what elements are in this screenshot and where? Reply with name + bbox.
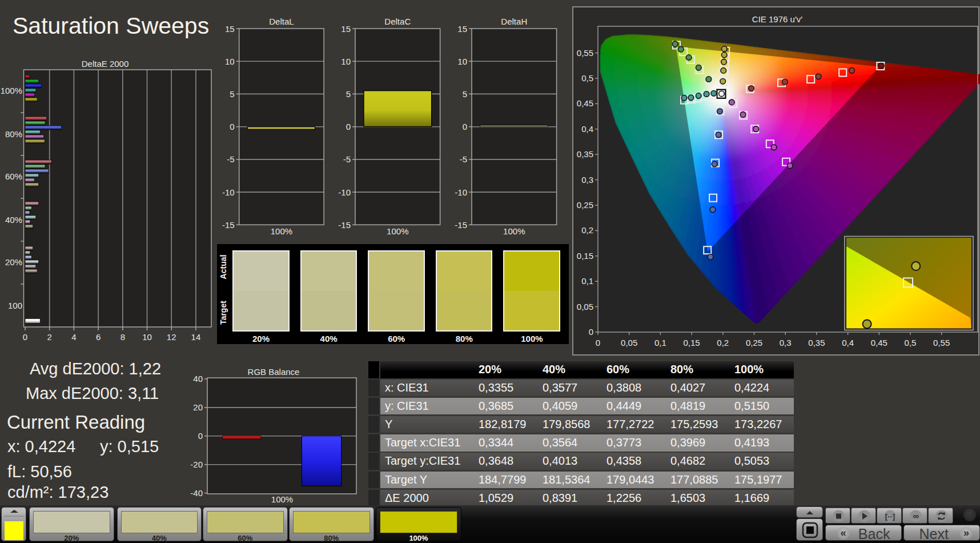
svg-text:5: 5: [463, 89, 467, 99]
svg-text:15: 15: [341, 24, 351, 34]
svg-text:60%: 60%: [5, 171, 22, 181]
svg-text:[··]: [··]: [885, 512, 895, 521]
svg-text:0,3: 0,3: [780, 338, 792, 348]
svg-text:0,5: 0,5: [905, 338, 917, 348]
svg-text:0,2: 0,2: [581, 225, 593, 235]
svg-text:0: 0: [23, 332, 27, 342]
svg-text:0,45: 0,45: [871, 338, 887, 348]
svg-text:100%: 100%: [387, 226, 408, 236]
svg-text:RGB Balance: RGB Balance: [248, 367, 300, 377]
svg-text:10: 10: [225, 57, 235, 66]
svg-text:0,4: 0,4: [581, 124, 593, 134]
svg-text:0,35: 0,35: [577, 149, 593, 159]
svg-text:80%: 80%: [5, 129, 22, 139]
svg-text:-5: -5: [460, 154, 467, 164]
svg-text:0,2: 0,2: [717, 338, 729, 348]
svg-text:-15: -15: [455, 220, 467, 230]
svg-text:0,05: 0,05: [577, 302, 593, 312]
svg-text:DeltaE 2000: DeltaE 2000: [82, 59, 129, 69]
svg-text:0: 0: [346, 122, 351, 131]
svg-text:8: 8: [121, 332, 125, 342]
svg-text:CIE 1976 u'v': CIE 1976 u'v': [752, 14, 802, 24]
svg-text:10: 10: [457, 57, 467, 66]
svg-text:DeltaL: DeltaL: [269, 17, 294, 26]
svg-text:0,5: 0,5: [581, 73, 593, 83]
svg-text:0: 0: [198, 431, 203, 441]
svg-text:0: 0: [589, 327, 593, 337]
svg-text:-40: -40: [190, 488, 203, 498]
svg-text:0,15: 0,15: [577, 251, 593, 261]
svg-text:-15: -15: [222, 220, 235, 230]
svg-text:0,25: 0,25: [577, 200, 593, 210]
svg-text:20: 20: [193, 402, 203, 412]
svg-text:0,55: 0,55: [933, 338, 950, 348]
svg-text:0,55: 0,55: [577, 48, 593, 58]
svg-text:15: 15: [457, 24, 467, 34]
svg-text:DeltaC: DeltaC: [384, 17, 411, 26]
svg-text:0: 0: [230, 122, 234, 131]
svg-text:0,3: 0,3: [581, 175, 593, 185]
svg-text:100%: 100%: [271, 494, 293, 504]
svg-text:20%: 20%: [5, 257, 22, 267]
svg-text:100%: 100%: [1, 86, 22, 95]
svg-text:2: 2: [47, 332, 52, 342]
svg-text:-15: -15: [338, 220, 351, 230]
svg-text:0: 0: [463, 122, 467, 131]
svg-text:40%: 40%: [5, 215, 22, 225]
svg-text:-20: -20: [190, 460, 203, 469]
svg-text:5: 5: [230, 89, 234, 99]
svg-text:15: 15: [225, 24, 235, 34]
svg-text:0,45: 0,45: [577, 98, 593, 108]
svg-text:0,05: 0,05: [621, 338, 637, 348]
svg-text:0,35: 0,35: [808, 338, 825, 348]
svg-text:40: 40: [193, 374, 203, 384]
svg-text:100%: 100%: [271, 226, 292, 236]
svg-text:0,25: 0,25: [746, 338, 762, 348]
svg-text:12: 12: [167, 332, 176, 342]
svg-text:0,15: 0,15: [683, 338, 700, 348]
svg-text:0,1: 0,1: [654, 338, 666, 348]
svg-text:100: 100: [8, 301, 22, 310]
svg-text:0,1: 0,1: [581, 276, 593, 286]
svg-text:-10: -10: [338, 187, 351, 197]
svg-text:14: 14: [191, 332, 201, 342]
svg-text:4: 4: [71, 332, 76, 342]
svg-text:DeltaH: DeltaH: [501, 17, 527, 26]
svg-text:-10: -10: [222, 187, 235, 197]
svg-text:10: 10: [142, 332, 152, 342]
svg-text:0: 0: [596, 338, 600, 348]
svg-text:-5: -5: [343, 154, 351, 164]
svg-text:10: 10: [341, 57, 351, 66]
svg-text:5: 5: [346, 89, 351, 99]
svg-text:6: 6: [96, 332, 101, 342]
svg-text:∞: ∞: [913, 511, 919, 521]
svg-text:0,4: 0,4: [842, 338, 854, 348]
svg-text:100%: 100%: [503, 226, 525, 236]
svg-text:-5: -5: [227, 154, 234, 164]
svg-text:-10: -10: [455, 187, 467, 197]
